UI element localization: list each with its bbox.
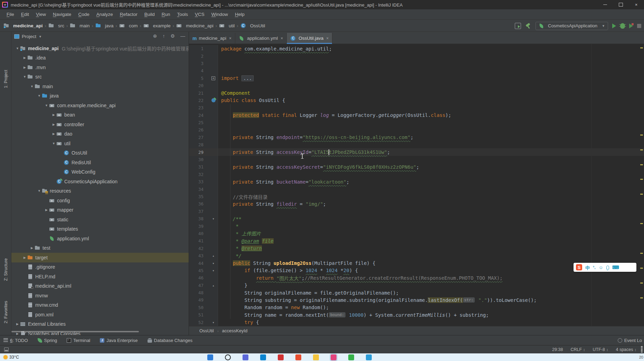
breadcrumb-item-medicine_api[interactable]: medicine_api: [176, 23, 214, 28]
code-line-31[interactable]: 31 private String accessKeySecret="iNYCD…: [189, 163, 644, 170]
error-stripe-mark[interactable]: [640, 253, 643, 254]
tree-item-mvnw.cmd[interactable]: mvnw.cmd: [11, 300, 189, 310]
event-log-button[interactable]: Event Lo: [618, 338, 642, 343]
run-anything-icon[interactable]: [515, 23, 521, 29]
code-text[interactable]: * 上传图片: [218, 230, 644, 237]
run-configuration-select[interactable]: CosmeticsApiApplication ▼: [536, 22, 608, 30]
code-line-52[interactable]: 52▾ try {: [189, 318, 644, 326]
breadcrumb-member[interactable]: accessKeyId: [222, 328, 248, 333]
tree-item-config[interactable]: config: [11, 196, 189, 205]
tree-item-.gitignore[interactable]: .gitignore: [11, 262, 189, 272]
menu-build[interactable]: Build: [141, 10, 158, 18]
code-text[interactable]: Random random = new Random();: [218, 304, 644, 311]
code-line-27[interactable]: 27 private String endpoint="https://oss-…: [189, 134, 644, 141]
run-with-coverage-button[interactable]: [629, 24, 633, 28]
edge-browser-icon[interactable]: [260, 354, 266, 360]
code-text[interactable]: try {: [218, 318, 644, 326]
menu-help[interactable]: Help: [232, 10, 248, 18]
indent-selector[interactable]: 4 spaces↕: [616, 347, 636, 352]
menu-window[interactable]: Window: [208, 10, 231, 18]
code-line-4[interactable]: 4: [189, 67, 644, 74]
code-text[interactable]: public class OssUtil {: [218, 97, 644, 104]
code-line-46[interactable]: 46 return "图片太大";//RestResultGenerator.c…: [189, 274, 644, 281]
code-text[interactable]: private String filedir = "img/";: [218, 200, 644, 207]
settings-gear-icon[interactable]: ⚙: [170, 33, 175, 39]
tree-item-util[interactable]: ▼util: [11, 139, 189, 148]
search-circle-icon[interactable]: [225, 354, 231, 360]
menu-navigate[interactable]: Navigate: [50, 10, 74, 18]
tree-item-medicine_api[interactable]: ▼medicine_apiG:\shejiing\基于springboot vu…: [11, 44, 189, 53]
code-line-36[interactable]: 36 private String filedir = "img/";: [189, 200, 644, 207]
input-method-toolbar[interactable]: S 中 °, ☺ ⌨: [574, 263, 636, 272]
error-stripe-mark[interactable]: [640, 135, 643, 136]
chevron-down-icon[interactable]: ▼: [39, 35, 42, 38]
menu-analyze[interactable]: Analyze: [93, 10, 116, 18]
run-button[interactable]: [612, 24, 616, 28]
folder-explorer-icon[interactable]: [313, 354, 319, 360]
error-stripe-mark[interactable]: [640, 268, 643, 269]
error-stripe-mark[interactable]: [640, 149, 643, 150]
code-text[interactable]: [218, 208, 644, 215]
code-text[interactable]: String originalFilename = file.getOrigin…: [218, 289, 644, 296]
code-text[interactable]: private String accessKeySecret="iNYCDFog…: [218, 163, 644, 170]
code-line-3[interactable]: 3: [189, 60, 644, 67]
breadcrumb-item-medicine_api[interactable]: medicine_api: [3, 23, 43, 28]
breadcrumb-item-OssUtil[interactable]: OssUtil: [240, 23, 265, 28]
tree-item-templates[interactable]: templates: [11, 224, 189, 234]
tab-close-icon[interactable]: ×: [281, 36, 283, 41]
tree-item-WebConfig[interactable]: WebConfig: [11, 167, 189, 177]
breadcrumb-item-util[interactable]: util: [219, 23, 235, 28]
code-text[interactable]: private String endpoint="https://oss-cn-…: [218, 134, 644, 141]
toolwindow-button-database-changes[interactable]: Database Changes: [148, 338, 192, 343]
code-line-26[interactable]: 26: [189, 126, 644, 133]
tree-item-mvnw[interactable]: mvnw: [11, 291, 189, 300]
breadcrumb-item-src[interactable]: src: [48, 23, 64, 28]
code-line-28[interactable]: 28: [189, 141, 644, 148]
code-line-30[interactable]: 30: [189, 156, 644, 163]
tree-item-ExternalLibraries[interactable]: ▶External Libraries: [11, 320, 189, 329]
code-text[interactable]: @Component: [218, 89, 644, 96]
encoding-selector[interactable]: UTF-8↕: [593, 347, 608, 352]
code-text[interactable]: String name = random.nextInt(bound: 1000…: [218, 311, 644, 318]
code-line-50[interactable]: 50 Random random = new Random();: [189, 304, 644, 311]
code-line-25[interactable]: 25: [189, 119, 644, 126]
code-line-40[interactable]: 40 * 上传图片: [189, 230, 644, 237]
code-text[interactable]: [218, 156, 644, 163]
code-line-34[interactable]: 34: [189, 185, 644, 193]
tree-item-target[interactable]: ▶target: [11, 253, 189, 262]
code-text[interactable]: //文件存储目录: [218, 193, 644, 200]
error-stripe-mark[interactable]: [640, 223, 643, 224]
code-line-33[interactable]: 33 private String bucketName="lookcartoo…: [189, 178, 644, 185]
error-stripe-mark[interactable]: [640, 283, 643, 284]
code-editor[interactable]: 1package com.example.medicine_api.util;2…: [189, 44, 644, 326]
code-line-32[interactable]: 32: [189, 171, 644, 178]
app-pink-active-icon[interactable]: [331, 354, 337, 360]
toolwindow-button-spring[interactable]: Spring: [38, 338, 57, 343]
code-text[interactable]: [218, 104, 644, 111]
keyboard-icon[interactable]: ⌨: [612, 265, 619, 270]
code-line-42[interactable]: 42 * @return: [189, 245, 644, 252]
tool-window-toggle-icon[interactable]: [4, 348, 9, 352]
code-text[interactable]: *: [218, 222, 644, 230]
app-indigo-icon[interactable]: [243, 354, 248, 360]
tree-item-main[interactable]: ▼main: [11, 82, 189, 91]
tab-medicine_api[interactable]: mmedicine_api×: [189, 33, 235, 44]
collapse-all-icon[interactable]: ↑: [162, 33, 165, 39]
code-text[interactable]: * @return: [218, 245, 644, 252]
tree-item-pom.xml[interactable]: pom.xml: [11, 310, 189, 320]
error-stripe-mark[interactable]: [640, 47, 643, 48]
code-text[interactable]: [218, 171, 644, 178]
code-line-39[interactable]: 39 *: [189, 222, 644, 230]
app-blue-grid-icon[interactable]: [207, 354, 213, 360]
code-text[interactable]: */: [218, 252, 644, 259]
code-line-48[interactable]: 48 String originalFilename = file.getOri…: [189, 289, 644, 296]
code-text[interactable]: * @param file: [218, 237, 644, 244]
code-text[interactable]: }: [218, 282, 644, 289]
code-line-49[interactable]: 49 String substring = originalFilename.s…: [189, 296, 644, 304]
tree-item-application.yml[interactable]: application.yml: [11, 234, 189, 243]
app-teal-icon[interactable]: [366, 354, 372, 360]
code-line-35[interactable]: 35 //文件存储目录: [189, 193, 644, 200]
code-line-37[interactable]: 37: [189, 208, 644, 215]
app-red-icon[interactable]: [278, 354, 284, 360]
menu-code[interactable]: Code: [75, 10, 92, 18]
